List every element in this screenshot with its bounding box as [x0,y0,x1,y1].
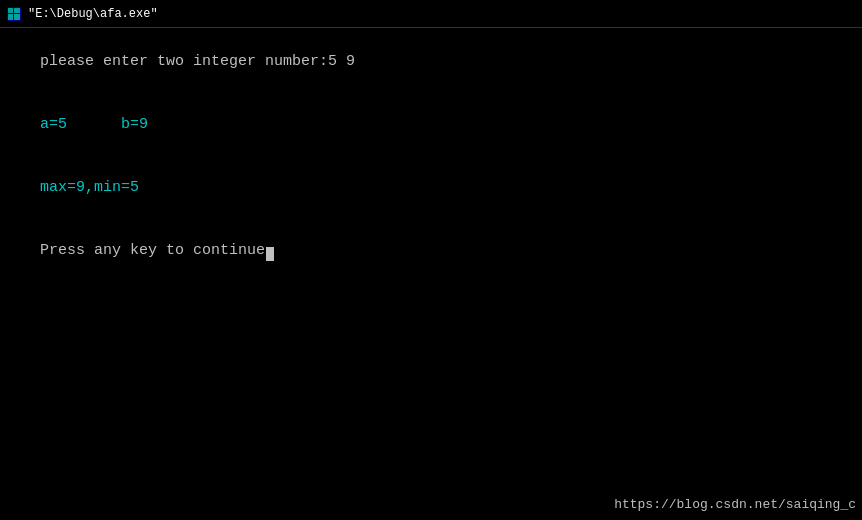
output-line-4: Press any key to continue [4,219,858,282]
watermark: https://blog.csdn.net/saiqing_c [614,497,856,512]
svg-rect-3 [8,14,13,20]
output-line-2: a=5 b=9 [4,93,858,156]
window-title: "E:\Debug\afa.exe" [28,7,158,21]
cursor-blink [266,247,274,261]
console-icon [6,6,22,22]
output-line-3: max=9,min=5 [4,156,858,219]
title-bar: "E:\Debug\afa.exe" [0,0,862,28]
output-line-1: please enter two integer number:5 9 [4,30,858,93]
svg-rect-4 [14,14,20,20]
svg-rect-2 [14,8,20,13]
svg-rect-1 [8,8,13,13]
console-body: please enter two integer number:5 9 a=5 … [0,28,862,520]
